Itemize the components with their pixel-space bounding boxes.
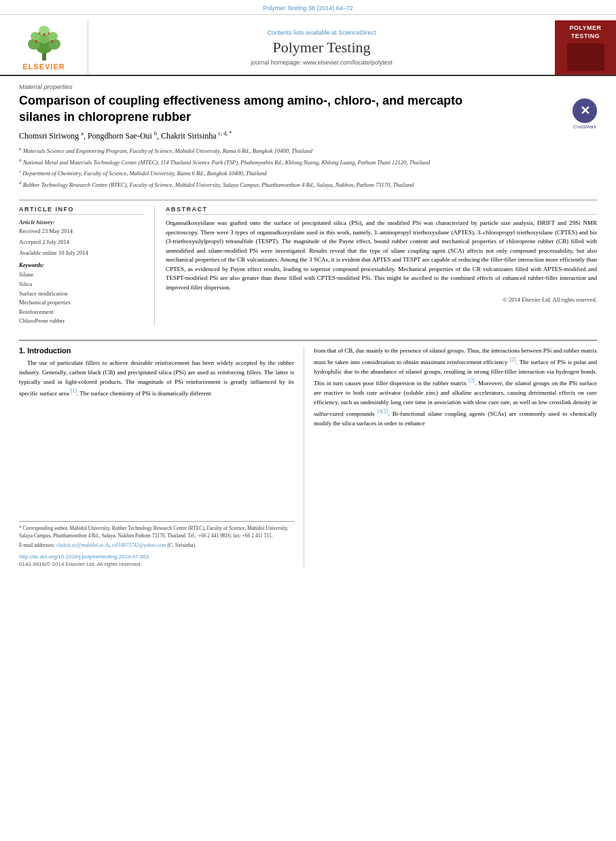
available-date: Available online 10 July 2014 bbox=[19, 249, 145, 256]
article-info-col: ARTICLE INFO Article history: Received 2… bbox=[19, 206, 155, 326]
keyword-2: Silica bbox=[19, 280, 145, 289]
history-label: Article history: bbox=[19, 219, 145, 226]
keywords-label: Keywords: bbox=[19, 262, 145, 268]
abstract-col: ABSTRACT Organoalkoxysilane was grafted … bbox=[155, 206, 597, 326]
keyword-3: Surface modification bbox=[19, 289, 145, 299]
accepted-date: Accepted 2 July 2014 bbox=[19, 238, 145, 245]
keyword-6: ChloroPrene rubber bbox=[19, 317, 145, 326]
affiliation-c: c Department of Chemistry, Faculty of Sc… bbox=[19, 168, 566, 178]
badge-title: POLYMERTESTING bbox=[569, 24, 601, 40]
abstract-header: ABSTRACT bbox=[166, 206, 597, 215]
keywords-section: Keywords: Silane Silica Surface modifica… bbox=[19, 262, 145, 326]
intro-heading: 1. Introduction bbox=[19, 346, 294, 355]
journal-homepage: journal homepage: www.elsevier.com/locat… bbox=[251, 59, 393, 66]
ref-45-link[interactable]: [4,5] bbox=[378, 408, 388, 414]
crossmark-label: CrossMark bbox=[573, 124, 597, 129]
crossmark-icon[interactable]: ✕ bbox=[573, 99, 597, 123]
keyword-5: Reinforcement bbox=[19, 308, 145, 317]
sciencedirect-line: Contents lists available at ScienceDirec… bbox=[267, 29, 376, 36]
polymer-testing-badge: POLYMERTESTING bbox=[555, 20, 616, 75]
svg-point-12 bbox=[48, 32, 50, 34]
corresponding-footnote: * Corresponding author. Mahidol Universi… bbox=[19, 524, 294, 540]
received-date: Received 23 May 2014 bbox=[19, 228, 145, 234]
email-2[interactable]: cs018072742@yahoo.com bbox=[112, 542, 166, 548]
author-3: Chakrit Sirisinha c, d, * bbox=[161, 131, 232, 141]
svg-point-8 bbox=[35, 40, 37, 43]
crossmark-symbol: ✕ bbox=[580, 103, 590, 118]
author-2: Pongdhorn Sae-Oui b bbox=[88, 131, 157, 141]
issn-line: 0142-9418/© 2014 Elsevier Ltd. All right… bbox=[19, 561, 294, 567]
email-1[interactable]: chakrit.sir@mahidol.ac.th bbox=[56, 542, 109, 548]
footnote-area: * Corresponding author. Mahidol Universi… bbox=[19, 521, 294, 567]
ref-3-link[interactable]: [3] bbox=[469, 378, 475, 384]
two-col-section: ARTICLE INFO Article history: Received 2… bbox=[19, 206, 597, 326]
authors-line: Chomsri Siriwong a, Pongdhorn Sae-Oui b,… bbox=[19, 130, 566, 141]
email-suffix: (C. Sirisinha). bbox=[168, 542, 196, 548]
svg-point-9 bbox=[51, 40, 54, 43]
body-right: from that of CB, due mainly to the prese… bbox=[304, 346, 597, 567]
abstract-paragraph: Organoalkoxysilane was grafted onto the … bbox=[166, 219, 597, 292]
intro-para-2: from that of CB, due mainly to the prese… bbox=[314, 346, 597, 429]
abstract-text: Organoalkoxysilane was grafted onto the … bbox=[166, 219, 597, 304]
main-body-divider bbox=[19, 340, 597, 341]
affiliation-b: b National Metal and Materials Technolog… bbox=[19, 157, 566, 167]
main-body: 1. Introduction The use of particulate f… bbox=[19, 346, 597, 567]
sciencedirect-link[interactable]: ScienceDirect bbox=[338, 29, 376, 36]
page: Polymer Testing 38 (2014) 64–72 bbox=[0, 0, 616, 841]
sciencedirect-prefix: Contents lists available at bbox=[267, 29, 336, 36]
journal-title: Polymer Testing bbox=[272, 39, 370, 56]
keyword-4: Mechanical properties bbox=[19, 298, 145, 308]
section-label: Material properties bbox=[19, 83, 597, 90]
crossmark-container[interactable]: ✕ CrossMark bbox=[573, 99, 597, 129]
email-footnote: E-mail addresses: chakrit.sir@mahidol.ac… bbox=[19, 541, 294, 549]
body-left: 1. Introduction The use of particulate f… bbox=[19, 346, 304, 567]
badge-image bbox=[567, 43, 604, 71]
main-body-container: 1. Introduction The use of particulate f… bbox=[0, 340, 616, 567]
footnote-divider bbox=[19, 521, 294, 522]
top-bar: Polymer Testing 38 (2014) 64–72 bbox=[0, 0, 616, 15]
intro-text-left: The use of particulate fillers to achiev… bbox=[19, 359, 294, 399]
journal-center: Contents lists available at ScienceDirec… bbox=[88, 20, 555, 75]
ref-2-link[interactable]: [2] bbox=[509, 357, 515, 363]
author-1: Chomsri Siriwong a bbox=[19, 131, 84, 141]
article-title: Comparison of coupling effectiveness amo… bbox=[19, 93, 481, 125]
elsevier-tree-icon bbox=[20, 25, 68, 62]
affiliation-d: d Rubber Technology Research Centre (RTE… bbox=[19, 179, 566, 190]
email-label: E-mail addresses: bbox=[19, 542, 55, 548]
keyword-1: Silane bbox=[19, 270, 145, 280]
svg-point-10 bbox=[43, 33, 46, 36]
ref-1-link[interactable]: [1] bbox=[71, 388, 77, 394]
affiliation-a: a Materials Science and Engineering Prog… bbox=[19, 145, 566, 156]
article-metadata: Material properties Comparison of coupli… bbox=[0, 76, 616, 333]
affiliations: a Materials Science and Engineering Prog… bbox=[19, 145, 566, 189]
footnote-text: * Corresponding author. Mahidol Universi… bbox=[19, 524, 294, 550]
elsevier-logo: ELSEVIER bbox=[0, 20, 88, 75]
intro-text-right: from that of CB, due mainly to the prese… bbox=[314, 346, 597, 429]
elsevier-wordmark: ELSEVIER bbox=[22, 62, 65, 71]
intro-para-1: The use of particulate fillers to achiev… bbox=[19, 359, 294, 399]
copyright-line: © 2014 Elsevier Ltd. All rights reserved… bbox=[166, 296, 597, 304]
article-info-header: ARTICLE INFO bbox=[19, 206, 145, 215]
svg-point-11 bbox=[38, 32, 40, 34]
journal-header: ELSEVIER Contents lists available at Sci… bbox=[0, 15, 616, 76]
journal-ref-link[interactable]: Polymer Testing 38 (2014) 64–72 bbox=[263, 5, 352, 12]
doi-line[interactable]: http://dx.doi.org/10.1016/j.polymertesti… bbox=[19, 554, 294, 560]
two-col-divider bbox=[19, 200, 597, 200]
